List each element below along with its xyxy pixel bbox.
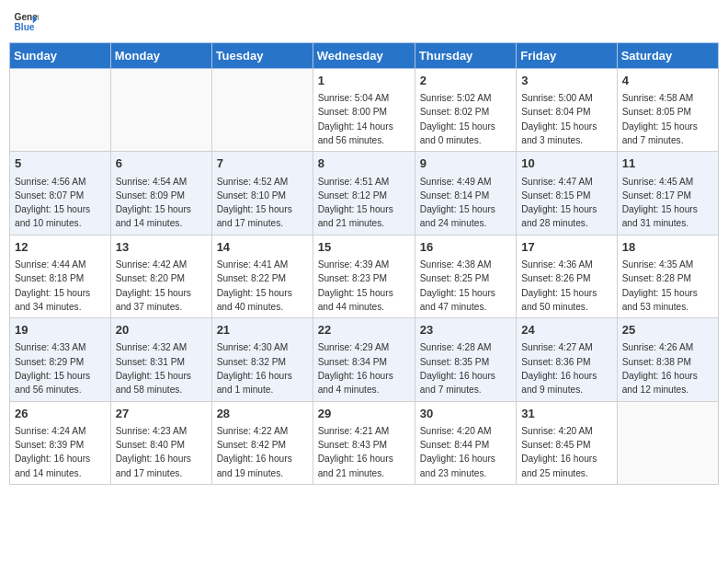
calendar-cell: 29Sunrise: 4:21 AMSunset: 8:43 PMDayligh…	[313, 401, 415, 484]
calendar-cell: 14Sunrise: 4:41 AMSunset: 8:22 PMDayligh…	[211, 235, 313, 317]
calendar-cell: 22Sunrise: 4:29 AMSunset: 8:34 PMDayligh…	[313, 318, 415, 401]
calendar-cell: 31Sunrise: 4:20 AMSunset: 8:45 PMDayligh…	[517, 401, 617, 484]
calendar-week-row: 1Sunrise: 5:04 AMSunset: 8:00 PMDaylight…	[10, 69, 719, 152]
calendar-cell: 21Sunrise: 4:30 AMSunset: 8:32 PMDayligh…	[211, 318, 313, 401]
day-number: 10	[521, 155, 611, 172]
calendar-cell: 24Sunrise: 4:27 AMSunset: 8:36 PMDayligh…	[517, 318, 617, 401]
day-info: Sunrise: 4:32 AMSunset: 8:31 PMDaylight:…	[116, 342, 191, 395]
day-info: Sunrise: 4:45 AMSunset: 8:17 PMDaylight:…	[622, 177, 698, 229]
day-number: 28	[217, 406, 308, 422]
day-info: Sunrise: 4:52 AMSunset: 8:10 PMDaylight:…	[217, 177, 292, 229]
day-info: Sunrise: 4:33 AMSunset: 8:29 PMDaylight:…	[15, 342, 90, 395]
weekday-header-saturday: Saturday	[617, 43, 718, 69]
day-info: Sunrise: 4:21 AMSunset: 8:43 PMDaylight:…	[318, 426, 393, 478]
day-number: 15	[318, 239, 410, 256]
calendar-cell: 1Sunrise: 5:04 AMSunset: 8:00 PMDaylight…	[313, 69, 415, 152]
day-info: Sunrise: 4:24 AMSunset: 8:39 PMDaylight:…	[15, 426, 90, 478]
day-info: Sunrise: 4:58 AMSunset: 8:05 PMDaylight:…	[622, 93, 698, 145]
weekday-header-thursday: Thursday	[415, 43, 516, 69]
weekday-header-sunday: Sunday	[10, 43, 111, 69]
day-number: 5	[15, 155, 106, 172]
day-number: 25	[622, 322, 713, 339]
day-info: Sunrise: 4:27 AMSunset: 8:36 PMDaylight:…	[521, 342, 597, 395]
day-number: 31	[521, 406, 611, 422]
day-number: 21	[217, 322, 308, 339]
logo-icon: General Blue	[13, 9, 39, 35]
calendar-table: SundayMondayTuesdayWednesdayThursdayFrid…	[9, 42, 719, 485]
day-number: 4	[622, 73, 713, 89]
day-number: 19	[15, 322, 106, 339]
calendar-cell: 9Sunrise: 4:49 AMSunset: 8:14 PMDaylight…	[415, 152, 516, 235]
calendar-cell: 23Sunrise: 4:28 AMSunset: 8:35 PMDayligh…	[415, 318, 516, 401]
day-number: 29	[318, 406, 410, 422]
calendar-cell: 17Sunrise: 4:36 AMSunset: 8:26 PMDayligh…	[517, 235, 617, 317]
day-number: 27	[116, 406, 207, 422]
calendar-cell: 15Sunrise: 4:39 AMSunset: 8:23 PMDayligh…	[313, 235, 415, 317]
day-info: Sunrise: 4:30 AMSunset: 8:32 PMDaylight:…	[217, 342, 292, 395]
day-info: Sunrise: 4:49 AMSunset: 8:14 PMDaylight:…	[420, 177, 495, 229]
calendar-cell: 30Sunrise: 4:20 AMSunset: 8:44 PMDayligh…	[415, 401, 516, 484]
day-number: 3	[521, 73, 611, 89]
day-info: Sunrise: 4:20 AMSunset: 8:44 PMDaylight:…	[420, 426, 495, 478]
calendar-cell: 6Sunrise: 4:54 AMSunset: 8:09 PMDaylight…	[110, 152, 211, 235]
day-number: 16	[420, 239, 511, 256]
day-info: Sunrise: 4:44 AMSunset: 8:18 PMDaylight:…	[15, 259, 90, 312]
day-info: Sunrise: 4:28 AMSunset: 8:35 PMDaylight:…	[420, 342, 495, 395]
calendar-cell: 18Sunrise: 4:35 AMSunset: 8:28 PMDayligh…	[617, 235, 718, 317]
calendar-cell	[110, 69, 211, 152]
page-header: General Blue	[9, 9, 719, 35]
day-info: Sunrise: 4:41 AMSunset: 8:22 PMDaylight:…	[217, 259, 292, 312]
day-info: Sunrise: 4:39 AMSunset: 8:23 PMDaylight:…	[318, 259, 393, 312]
day-info: Sunrise: 5:02 AMSunset: 8:02 PMDaylight:…	[420, 93, 495, 145]
calendar-cell: 7Sunrise: 4:52 AMSunset: 8:10 PMDaylight…	[211, 152, 313, 235]
weekday-header-row: SundayMondayTuesdayWednesdayThursdayFrid…	[10, 43, 719, 69]
calendar-cell: 27Sunrise: 4:23 AMSunset: 8:40 PMDayligh…	[110, 401, 211, 484]
day-number: 1	[318, 73, 410, 89]
day-number: 14	[217, 239, 308, 256]
calendar-cell: 5Sunrise: 4:56 AMSunset: 8:07 PMDaylight…	[10, 152, 111, 235]
weekday-header-wednesday: Wednesday	[313, 43, 415, 69]
calendar-cell: 20Sunrise: 4:32 AMSunset: 8:31 PMDayligh…	[110, 318, 211, 401]
calendar-cell: 28Sunrise: 4:22 AMSunset: 8:42 PMDayligh…	[211, 401, 313, 484]
day-info: Sunrise: 4:22 AMSunset: 8:42 PMDaylight:…	[217, 426, 292, 478]
calendar-week-row: 12Sunrise: 4:44 AMSunset: 8:18 PMDayligh…	[10, 235, 719, 317]
day-number: 18	[622, 239, 713, 256]
day-number: 8	[318, 155, 410, 172]
day-number: 6	[116, 155, 207, 172]
calendar-cell: 11Sunrise: 4:45 AMSunset: 8:17 PMDayligh…	[617, 152, 718, 235]
day-info: Sunrise: 5:00 AMSunset: 8:04 PMDaylight:…	[521, 93, 597, 145]
day-info: Sunrise: 4:42 AMSunset: 8:20 PMDaylight:…	[116, 259, 191, 312]
day-number: 30	[420, 406, 511, 422]
day-info: Sunrise: 4:29 AMSunset: 8:34 PMDaylight:…	[318, 342, 393, 395]
calendar-cell: 19Sunrise: 4:33 AMSunset: 8:29 PMDayligh…	[10, 318, 111, 401]
day-info: Sunrise: 4:26 AMSunset: 8:38 PMDaylight:…	[622, 342, 698, 395]
day-number: 13	[116, 239, 207, 256]
day-number: 22	[318, 322, 410, 339]
day-info: Sunrise: 4:54 AMSunset: 8:09 PMDaylight:…	[116, 177, 191, 229]
day-info: Sunrise: 5:04 AMSunset: 8:00 PMDaylight:…	[318, 93, 393, 145]
calendar-cell	[617, 401, 718, 484]
day-info: Sunrise: 4:35 AMSunset: 8:28 PMDaylight:…	[622, 259, 698, 312]
calendar-cell: 2Sunrise: 5:02 AMSunset: 8:02 PMDaylight…	[415, 69, 516, 152]
logo: General Blue	[13, 9, 39, 35]
calendar-week-row: 26Sunrise: 4:24 AMSunset: 8:39 PMDayligh…	[10, 401, 719, 484]
calendar-cell: 12Sunrise: 4:44 AMSunset: 8:18 PMDayligh…	[10, 235, 111, 317]
day-info: Sunrise: 4:38 AMSunset: 8:25 PMDaylight:…	[420, 259, 495, 312]
day-number: 7	[217, 155, 308, 172]
day-info: Sunrise: 4:36 AMSunset: 8:26 PMDaylight:…	[521, 259, 597, 312]
day-info: Sunrise: 4:56 AMSunset: 8:07 PMDaylight:…	[15, 177, 90, 229]
day-number: 23	[420, 322, 511, 339]
day-number: 26	[15, 406, 106, 422]
calendar-cell: 25Sunrise: 4:26 AMSunset: 8:38 PMDayligh…	[617, 318, 718, 401]
svg-text:Blue: Blue	[15, 22, 35, 32]
calendar-cell: 10Sunrise: 4:47 AMSunset: 8:15 PMDayligh…	[517, 152, 617, 235]
calendar-cell	[10, 69, 111, 152]
calendar-cell: 8Sunrise: 4:51 AMSunset: 8:12 PMDaylight…	[313, 152, 415, 235]
calendar-cell: 4Sunrise: 4:58 AMSunset: 8:05 PMDaylight…	[617, 69, 718, 152]
calendar-week-row: 19Sunrise: 4:33 AMSunset: 8:29 PMDayligh…	[10, 318, 719, 401]
calendar-cell: 3Sunrise: 5:00 AMSunset: 8:04 PMDaylight…	[517, 69, 617, 152]
day-number: 12	[15, 239, 106, 256]
calendar-cell: 13Sunrise: 4:42 AMSunset: 8:20 PMDayligh…	[110, 235, 211, 317]
day-number: 20	[116, 322, 207, 339]
day-number: 2	[420, 73, 511, 89]
